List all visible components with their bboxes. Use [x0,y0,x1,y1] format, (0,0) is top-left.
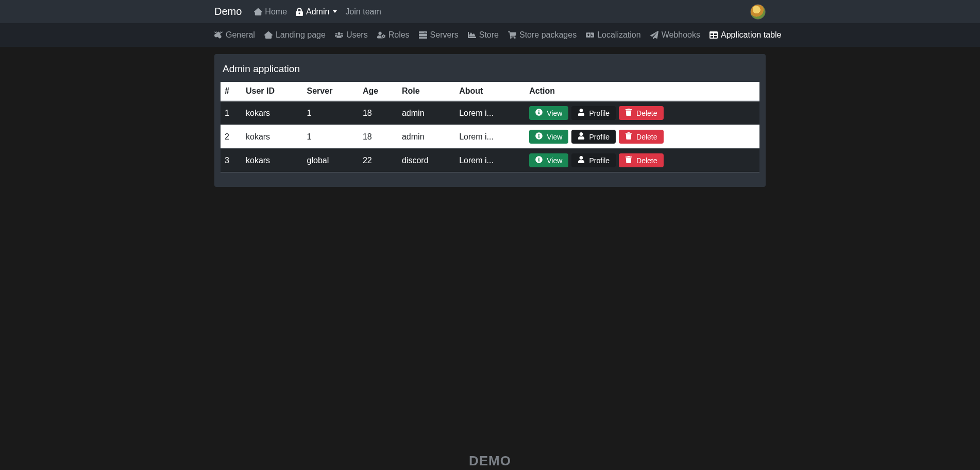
view-button[interactable]: View [529,130,568,144]
view-label: View [547,133,562,141]
view-label: View [547,109,562,117]
subnav-servers-label: Servers [430,30,459,40]
cell-role: discord [398,149,455,172]
cell-index: 1 [221,101,242,125]
view-button[interactable]: View [529,153,568,167]
profile-label: Profile [589,109,610,117]
table-header-row: # User ID Server Age Role About Action [221,82,759,101]
cell-server: 1 [303,125,359,149]
cell-role: admin [398,101,455,125]
user-icon [578,109,585,117]
delete-label: Delete [636,156,657,165]
profile-button[interactable]: Profile [571,130,616,144]
profile-button[interactable]: Profile [571,106,616,120]
cell-user-id: kokars [242,125,303,149]
subnav-general-label: General [226,30,255,40]
delete-label: Delete [636,109,657,117]
th-index: # [221,82,242,101]
cart-icon [508,31,516,39]
trash-icon [625,109,632,117]
server-icon [419,31,427,39]
th-server: Server [303,82,359,101]
delete-button[interactable]: Delete [619,153,663,167]
subnav-store[interactable]: Store [468,30,499,40]
cell-about: Lorem i... [455,149,525,172]
cell-index: 3 [221,149,242,172]
subnav-store-label: Store [479,30,499,40]
cell-role: admin [398,125,455,149]
cell-age: 22 [359,149,398,172]
subnav-landing[interactable]: Landing page [264,30,326,40]
lock-icon [295,8,303,16]
chevron-down-icon [333,10,337,13]
card-title: Admin application [223,63,759,75]
nav-join-team-label: Join team [345,7,381,16]
th-action: Action [525,82,759,101]
cell-about: Lorem i... [455,125,525,149]
info-circle-icon [535,156,543,165]
subnav-localization[interactable]: Localization [586,30,641,40]
cell-server: global [303,149,359,172]
th-user-id: User ID [242,82,303,101]
subnav-servers[interactable]: Servers [419,30,459,40]
profile-label: Profile [589,133,610,141]
admin-subnav: General Landing page Users Roles Servers… [0,23,980,47]
profile-label: Profile [589,156,610,165]
table-icon [709,31,718,39]
application-table: # User ID Server Age Role About Action 1… [221,82,759,172]
subnav-general[interactable]: General [214,30,255,40]
admin-application-card: Admin application # User ID Server Age R… [214,54,766,187]
home-icon [254,8,262,16]
subnav-application-table[interactable]: Application table [709,30,781,40]
cell-index: 2 [221,125,242,149]
cell-user-id: kokars [242,149,303,172]
nav-admin[interactable]: Admin [295,7,337,16]
subnav-webhooks-label: Webhooks [662,30,700,40]
th-age: Age [359,82,398,101]
brand[interactable]: Demo [214,6,242,18]
cell-age: 18 [359,101,398,125]
table-row: 1kokars118adminLorem i...ViewProfileDele… [221,101,759,125]
subnav-users-label: Users [346,30,368,40]
delete-label: Delete [636,133,657,141]
subnav-store-packages[interactable]: Store packages [508,30,577,40]
profile-button[interactable]: Profile [571,153,616,167]
trash-icon [625,132,632,141]
user-icon [578,132,585,141]
subnav-roles-label: Roles [388,30,410,40]
paper-plane-icon [650,31,658,39]
view-button[interactable]: View [529,106,568,120]
delete-button[interactable]: Delete [619,106,663,120]
home-icon [264,31,273,39]
users-icon [335,31,343,39]
delete-button[interactable]: Delete [619,130,663,144]
avatar[interactable] [750,4,766,20]
subnav-webhooks[interactable]: Webhooks [650,30,700,40]
cell-age: 18 [359,125,398,149]
users-cog-icon [377,31,385,39]
table-row: 2kokars118adminLorem i...ViewProfileDele… [221,125,759,149]
nav-join-team[interactable]: Join team [345,7,381,16]
info-circle-icon [535,132,543,141]
subnav-localization-label: Localization [597,30,641,40]
user-icon [578,156,585,165]
subnav-application-table-label: Application table [721,30,781,40]
nav-home[interactable]: Home [254,7,287,16]
subnav-store-packages-label: Store packages [519,30,577,40]
subnav-users[interactable]: Users [335,30,368,40]
table-row: 3kokarsglobal22discordLorem i...ViewProf… [221,149,759,172]
th-role: Role [398,82,455,101]
footer-brand: DEMO [469,453,511,468]
cell-user-id: kokars [242,101,303,125]
subnav-landing-label: Landing page [276,30,326,40]
topbar: Demo Home Admin Join team [0,0,980,23]
info-circle-icon [535,109,543,117]
language-icon [586,31,594,39]
cell-about: Lorem i... [455,101,525,125]
cogs-icon [214,31,223,39]
th-about: About [455,82,525,101]
subnav-roles[interactable]: Roles [377,30,410,40]
nav-admin-label: Admin [306,7,329,16]
chart-area-icon [468,31,476,39]
nav-home-label: Home [265,7,287,16]
